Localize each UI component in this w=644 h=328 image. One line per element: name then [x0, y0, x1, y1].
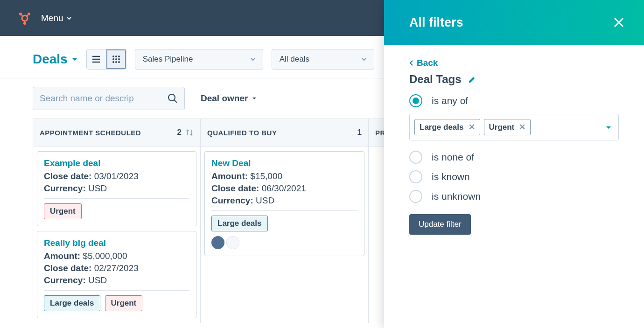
- deal-card[interactable]: New DealAmount: $15,000Close date: 06/30…: [204, 151, 364, 256]
- radio-label: is known: [432, 171, 470, 182]
- svg-point-14: [115, 61, 117, 63]
- sort-icon[interactable]: [185, 128, 194, 137]
- search-box: [33, 87, 185, 110]
- tag-row: Large dealsUrgent: [44, 295, 189, 311]
- card-title[interactable]: New Deal: [211, 158, 357, 168]
- card-amount: Amount: $15,000: [211, 171, 357, 181]
- radio-label: is any of: [432, 95, 468, 106]
- svg-point-8: [115, 56, 117, 57]
- radio-label: is unknown: [432, 191, 481, 202]
- svg-point-12: [118, 58, 120, 60]
- chevron-down-icon: [250, 56, 256, 63]
- column-body: New DealAmount: $15,000Close date: 06/30…: [201, 147, 368, 261]
- card-close-date: Close date: 03/01/2023: [44, 171, 189, 181]
- tag-input[interactable]: Large deals✕Urgent✕: [409, 114, 619, 140]
- column-header: APPOINTMENT SCHEDULED 2: [33, 119, 200, 147]
- chevron-left-icon: [409, 60, 414, 66]
- svg-point-13: [112, 61, 114, 63]
- radio-button[interactable]: [409, 190, 422, 203]
- avatar[interactable]: [211, 236, 224, 249]
- tag-row: Urgent: [44, 203, 189, 219]
- grid-icon: [112, 55, 121, 64]
- hubspot-logo: [18, 11, 32, 25]
- close-icon[interactable]: [612, 16, 625, 29]
- remove-chip-icon[interactable]: ✕: [519, 122, 525, 132]
- search-input[interactable]: [40, 93, 161, 104]
- radio-button[interactable]: [409, 170, 422, 183]
- divider: [44, 290, 189, 291]
- tag-row: Large deals: [211, 216, 357, 231]
- back-button[interactable]: Back: [409, 58, 619, 68]
- radio-option[interactable]: is known: [409, 170, 619, 183]
- chevron-down-icon: [66, 15, 72, 21]
- view-toggle: [86, 49, 126, 70]
- column-title: APPOINTMENT SCHEDULED: [40, 129, 141, 137]
- svg-point-16: [168, 94, 175, 101]
- deal-owner-filter[interactable]: Deal owner: [201, 93, 257, 104]
- deal-card[interactable]: Example dealClose date: 03/01/2023Curren…: [37, 151, 196, 226]
- menu-label: Menu: [41, 13, 63, 23]
- tag-urgent: Urgent: [44, 203, 82, 219]
- filter-name: Deal Tags: [409, 73, 619, 86]
- view-value: All deals: [280, 55, 309, 64]
- column-title: QUALIFIED TO BUY: [207, 129, 277, 137]
- column-count: 2: [177, 128, 194, 137]
- radio-label: is none of: [432, 152, 474, 163]
- tag-large: Large deals: [211, 216, 268, 231]
- pipeline-value: Sales Pipeline: [143, 55, 193, 64]
- deal-card[interactable]: Really big dealAmount: $5,000,000Close d…: [37, 231, 196, 318]
- filter-panel: All filters Back Deal Tags is any ofLarg…: [384, 0, 644, 328]
- remove-chip-icon[interactable]: ✕: [469, 122, 475, 132]
- pencil-icon[interactable]: [468, 75, 476, 84]
- card-currency: Currency: USD: [44, 183, 189, 194]
- card-title[interactable]: Example deal: [44, 158, 189, 168]
- pipeline-select[interactable]: Sales Pipeline: [135, 49, 263, 70]
- filter-chip: Urgent✕: [484, 119, 531, 135]
- radio-option[interactable]: is none of: [409, 151, 619, 164]
- back-label: Back: [417, 58, 438, 68]
- panel-title: All filters: [409, 15, 463, 30]
- deal-owner-label: Deal owner: [201, 93, 248, 104]
- list-icon: [91, 55, 101, 64]
- svg-point-7: [112, 56, 114, 57]
- divider: [211, 210, 357, 211]
- tag-large: Large deals: [44, 295, 100, 311]
- card-currency: Currency: USD: [44, 275, 189, 286]
- view-select[interactable]: All deals: [272, 49, 374, 70]
- caret-down-icon: [252, 96, 257, 101]
- panel-header: All filters: [384, 0, 644, 45]
- divider: [44, 198, 189, 199]
- card-title[interactable]: Really big deal: [44, 238, 189, 248]
- filter-chip: Large deals✕: [414, 119, 480, 135]
- list-view-button[interactable]: [87, 49, 106, 69]
- filter-name-text: Deal Tags: [409, 73, 462, 86]
- board-view-button[interactable]: [106, 49, 126, 69]
- tag-urgent: Urgent: [105, 295, 143, 311]
- radio-button[interactable]: [409, 94, 422, 107]
- column-header: QUALIFIED TO BUY 1: [201, 119, 368, 147]
- update-filter-button[interactable]: Update filter: [409, 214, 471, 235]
- menu-button[interactable]: Menu: [41, 13, 72, 23]
- add-avatar[interactable]: [226, 236, 239, 249]
- column-count: 1: [357, 128, 362, 137]
- panel-body: Back Deal Tags is any ofLarge deals✕Urge…: [384, 45, 644, 248]
- page-title[interactable]: Deals: [33, 52, 78, 67]
- column-body: Example dealClose date: 03/01/2023Curren…: [33, 147, 200, 323]
- radio-button[interactable]: [409, 151, 422, 164]
- radio-option[interactable]: is any of: [409, 94, 619, 107]
- search-icon[interactable]: [168, 93, 178, 104]
- board-column: QUALIFIED TO BUY 1New DealAmount: $15,00…: [201, 119, 369, 323]
- card-close-date: Close date: 06/30/2021: [211, 183, 357, 194]
- svg-line-17: [174, 100, 177, 103]
- svg-point-9: [118, 56, 120, 57]
- avatar-row: [211, 236, 357, 249]
- radio-option[interactable]: is unknown: [409, 190, 619, 203]
- chevron-down-icon: [361, 56, 367, 63]
- svg-point-15: [118, 61, 120, 63]
- card-amount: Amount: $5,000,000: [44, 251, 189, 261]
- svg-point-10: [112, 58, 114, 60]
- caret-down-icon[interactable]: [605, 124, 612, 131]
- page-title-text: Deals: [33, 52, 68, 67]
- card-currency: Currency: USD: [211, 195, 357, 206]
- board-column: APPOINTMENT SCHEDULED 2 Example dealClos…: [33, 119, 201, 323]
